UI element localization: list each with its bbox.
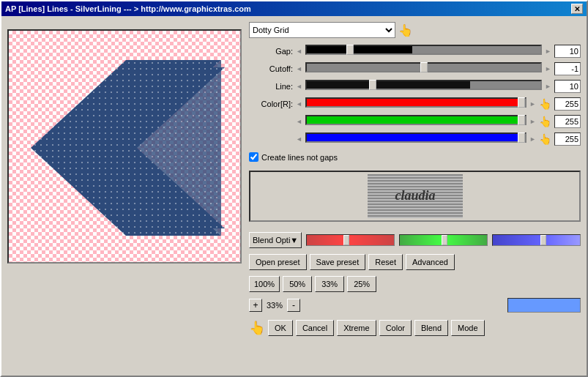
preset-dropdown-row: Dotty Grid 👆 — [249, 22, 581, 38]
blend-section: Blend Opti▼ — [249, 232, 581, 248]
line-value[interactable]: 10 — [554, 80, 581, 93]
color-r-arrow-left: ◄ — [296, 100, 302, 108]
blend-button[interactable]: Blend — [414, 320, 448, 336]
zoom-minus-button[interactable]: - — [287, 299, 300, 312]
mode-button[interactable]: Mode — [451, 320, 485, 336]
bottom-buttons-row: 👆 OK Cancel Xtreme Color Blend Mode — [249, 320, 581, 336]
preset-dropdown[interactable]: Dotty Grid — [249, 22, 395, 38]
gap-value[interactable]: 10 — [554, 45, 581, 58]
close-button[interactable]: ✕ — [571, 4, 583, 14]
color-b-slider-container — [305, 132, 526, 146]
blend-r-slider[interactable] — [306, 234, 395, 246]
main-window: AP [Lines] Lines - SilverLining --- > ht… — [0, 0, 588, 377]
color-button[interactable]: Color — [379, 320, 412, 336]
color-b-arrow-right: ► — [529, 135, 536, 143]
blend-b-slider[interactable] — [492, 234, 581, 246]
save-preset-button[interactable]: Save preset — [310, 254, 366, 270]
ok-hand-icon: 👆 — [249, 320, 265, 336]
line-slider-container — [305, 80, 542, 93]
content-area: Dotty Grid 👆 Gap: ◄ ► 10 Cutoff: ◄ — [1, 16, 587, 376]
pct100-button[interactable]: 100% — [249, 276, 280, 292]
pct25-button[interactable]: 25% — [347, 276, 376, 292]
color-r-value[interactable]: 255 — [554, 97, 581, 111]
reset-button[interactable]: Reset — [368, 254, 403, 270]
preset-buttons-row: Open preset Save preset Reset Advanced — [249, 254, 581, 270]
blend-dropdown-button[interactable]: Blend Opti▼ — [249, 232, 302, 248]
pct50-button[interactable]: 50% — [283, 276, 312, 292]
line-arrow-left: ◄ — [296, 83, 302, 90]
line-slider-row: Line: ◄ ► 10 — [249, 80, 581, 93]
color-g-value[interactable]: 255 — [554, 115, 581, 128]
svg-text:claudia: claudia — [395, 188, 435, 203]
checkbox-label: Create lines not gaps — [261, 153, 338, 162]
zoom-row: + 33% - — [249, 298, 581, 313]
line-label: Line: — [249, 82, 293, 91]
cutoff-arrow-left: ◄ — [296, 65, 302, 72]
zoom-value: 33% — [267, 301, 283, 310]
color-r-hand-icon: 👆 — [539, 98, 551, 110]
preview-svg — [9, 31, 242, 264]
cancel-button[interactable]: Cancel — [296, 320, 334, 336]
line-slider[interactable] — [305, 80, 542, 90]
controls-panel: Dotty Grid 👆 Gap: ◄ ► 10 Cutoff: ◄ — [249, 22, 581, 370]
checkbox-row: Create lines not gaps — [249, 152, 581, 162]
create-lines-checkbox[interactable] — [249, 152, 258, 162]
color-g-slider-row: ◄ ► 👆 255 — [249, 115, 581, 128]
color-r-slider-container — [305, 97, 526, 111]
preview-canvas — [7, 29, 242, 264]
color-g-arrow-right: ► — [529, 118, 536, 125]
gap-slider-row: Gap: ◄ ► 10 — [249, 45, 581, 58]
window-title: AP [Lines] Lines - SilverLining --- > ht… — [5, 4, 251, 13]
blend-g-slider[interactable] — [399, 234, 488, 246]
stripes-preview-svg: claudia — [368, 174, 463, 218]
gap-label: Gap: — [249, 47, 293, 56]
gap-slider-container — [305, 45, 542, 58]
ok-button[interactable]: OK — [268, 320, 293, 336]
color-r-arrow-right: ► — [529, 100, 536, 108]
color-b-slider[interactable] — [305, 132, 526, 143]
color-g-slider[interactable] — [305, 115, 526, 125]
cutoff-label: Cutoff: — [249, 64, 293, 73]
color-g-hand-icon: 👆 — [539, 116, 551, 127]
line-arrow-right: ► — [545, 83, 551, 90]
cutoff-slider-container — [305, 62, 542, 75]
gap-arrow-right: ► — [545, 48, 551, 55]
dropdown-hand-icon: 👆 — [398, 23, 413, 37]
color-b-arrow-left: ◄ — [296, 135, 302, 143]
xtreme-button[interactable]: Xtreme — [337, 320, 376, 336]
open-preset-button[interactable]: Open preset — [249, 254, 307, 270]
color-r-label: Color[R]: — [249, 100, 293, 108]
color-g-arrow-left: ◄ — [296, 118, 302, 125]
color-b-hand-icon: 👆 — [539, 133, 551, 145]
color-b-slider-row: ◄ ► 👆 255 — [249, 132, 581, 146]
cutoff-value[interactable]: -1 — [554, 62, 581, 75]
gap-slider[interactable] — [305, 45, 542, 55]
gap-arrow-left: ◄ — [296, 48, 302, 55]
titlebar: AP [Lines] Lines - SilverLining --- > ht… — [1, 1, 587, 16]
cutoff-arrow-right: ► — [545, 65, 551, 72]
cutoff-slider-row: Cutoff: ◄ ► -1 — [249, 62, 581, 75]
pct-buttons-row: 100% 50% 33% 25% — [249, 276, 581, 292]
preview-image-area: claudia — [249, 171, 581, 222]
color-g-slider-container — [305, 115, 526, 128]
color-swatch[interactable] — [507, 298, 581, 313]
zoom-plus-button[interactable]: + — [249, 299, 262, 312]
advanced-button[interactable]: Advanced — [406, 254, 455, 270]
color-b-value[interactable]: 255 — [554, 132, 581, 146]
cutoff-slider[interactable] — [305, 62, 542, 72]
pct33-button[interactable]: 33% — [315, 276, 344, 292]
color-r-slider[interactable] — [305, 97, 526, 108]
color-r-slider-row: Color[R]: ◄ ► 👆 255 — [249, 97, 581, 111]
